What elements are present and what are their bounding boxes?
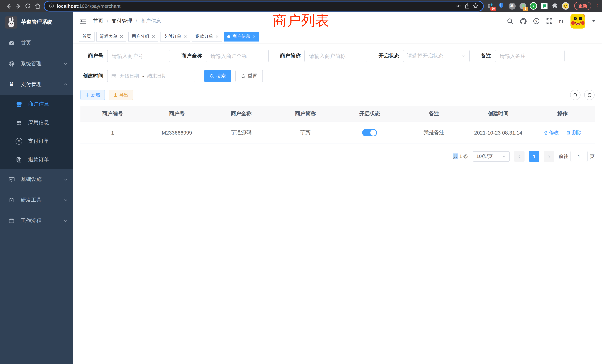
- url-bar[interactable]: localhost:1024/pay/merchant: [44, 1, 483, 11]
- sidebar-item-infra[interactable]: 基础设施: [0, 169, 73, 190]
- close-icon[interactable]: [120, 35, 123, 38]
- extension-balloon-icon[interactable]: [497, 2, 505, 10]
- extension-y-icon[interactable]: Y: [530, 2, 537, 10]
- briefcase-icon: [7, 218, 16, 224]
- caret-down-icon[interactable]: [592, 19, 596, 23]
- reset-button[interactable]: 重置: [235, 70, 263, 82]
- sidebar-item-home[interactable]: 首页: [0, 33, 73, 53]
- tab-user-group[interactable]: 用户分组: [128, 32, 158, 41]
- browser-update-button[interactable]: 更新: [574, 2, 591, 10]
- star-icon[interactable]: [473, 3, 479, 9]
- forward-icon[interactable]: [13, 1, 23, 11]
- page-number-1[interactable]: 1: [529, 151, 539, 162]
- extension-badge: 10: [490, 7, 496, 11]
- extension-grid-icon[interactable]: 10: [487, 2, 494, 10]
- remark-input[interactable]: [495, 50, 565, 62]
- tab-pay-order[interactable]: 支付订单: [160, 32, 190, 41]
- help-icon[interactable]: ?: [533, 18, 540, 24]
- breadcrumb-pay[interactable]: 支付管理: [112, 18, 132, 24]
- col-status: 开启状态: [337, 106, 402, 122]
- tab-label: 流程表单: [100, 33, 118, 40]
- search-icon[interactable]: [507, 18, 513, 24]
- filter-status: 开启状态 请选择开启状态: [378, 50, 470, 62]
- close-icon[interactable]: [152, 35, 155, 38]
- page-size-select[interactable]: 10条/页: [473, 151, 510, 162]
- close-icon[interactable]: [215, 35, 219, 38]
- sidebar-item-label: 支付订单: [28, 138, 49, 145]
- status-toggle[interactable]: [362, 129, 377, 136]
- extension-recorder-icon[interactable]: 1: [519, 2, 526, 10]
- app-window: 芋道管理系统 首页 系统管理 ¥ 支付管理: [0, 12, 602, 364]
- cell-status: [337, 122, 402, 143]
- col-merchant-no: 商户号: [145, 106, 209, 122]
- sidebar-item-workflow[interactable]: 工作流程: [0, 211, 73, 231]
- browser-menu-icon[interactable]: ⋮: [595, 3, 598, 9]
- sidebar-item-label: 应用信息: [28, 119, 49, 126]
- tab-process-form[interactable]: 流程表单: [96, 32, 126, 41]
- font-size-icon[interactable]: tT: [559, 18, 564, 24]
- key-icon[interactable]: [456, 3, 462, 9]
- fullscreen-icon[interactable]: [546, 18, 553, 24]
- url-host: localhost: [57, 3, 78, 9]
- close-icon[interactable]: [183, 35, 187, 38]
- tab-home[interactable]: 首页: [79, 32, 95, 41]
- prev-page-button[interactable]: [514, 151, 525, 162]
- refresh-button[interactable]: [584, 90, 595, 100]
- hide-search-button[interactable]: [570, 90, 580, 100]
- tab-refund-order[interactable]: 退款订单: [192, 32, 222, 41]
- sidebar-toggle-icon[interactable]: [79, 17, 87, 25]
- extensions-puzzle-icon[interactable]: [551, 2, 559, 10]
- user-avatar[interactable]: [570, 14, 585, 29]
- full-name-input[interactable]: [206, 50, 269, 62]
- goto-page-input[interactable]: [570, 151, 588, 162]
- chevron-down-icon: [502, 155, 506, 158]
- tab-label: 支付订单: [163, 33, 181, 40]
- document-icon: [15, 157, 23, 163]
- table-tools: [570, 90, 595, 100]
- date-range-picker[interactable]: 开始日期 - 结束日期: [107, 70, 195, 82]
- info-icon[interactable]: [49, 3, 54, 9]
- home-icon[interactable]: [33, 1, 42, 11]
- sidebar-item-system[interactable]: 系统管理: [0, 53, 73, 74]
- status-select[interactable]: 请选择开启状态: [403, 50, 470, 62]
- sidebar-item-devtools[interactable]: 研发工具: [0, 190, 73, 211]
- sidebar-item-merchant-info[interactable]: 商户信息: [0, 95, 73, 113]
- delete-label: 删除: [572, 129, 582, 136]
- sidebar-logo[interactable]: 芋道管理系统: [0, 12, 73, 33]
- share-icon[interactable]: [464, 3, 470, 9]
- delete-link[interactable]: 删除: [566, 129, 582, 136]
- sidebar-item-pay-order[interactable]: ¥ 支付订单: [0, 132, 73, 150]
- sidebar-item-refund-order[interactable]: 退款订单: [0, 150, 73, 169]
- export-button[interactable]: 导出: [109, 90, 133, 100]
- date-separator: -: [142, 73, 144, 79]
- sidebar-item-label: 研发工具: [21, 197, 42, 203]
- edit-link[interactable]: 修改: [543, 129, 559, 136]
- pagination-goto: 前往 页: [559, 151, 595, 162]
- table-toolbar: 新增 导出: [80, 90, 595, 100]
- search-button[interactable]: 搜索: [204, 70, 231, 82]
- sidebar-item-label: 工作流程: [21, 218, 42, 224]
- tab-label: 用户分组: [132, 33, 149, 40]
- extension-command-icon[interactable]: ⌘: [508, 2, 516, 10]
- reload-icon[interactable]: [23, 1, 33, 11]
- field-label: 商户全称: [181, 53, 202, 59]
- logo-image: [5, 16, 17, 28]
- extension-chat-icon[interactable]: [540, 2, 548, 10]
- sidebar-item-app-info[interactable]: 应用信息: [0, 113, 73, 132]
- tab-merchant-info[interactable]: 商户信息: [224, 32, 259, 41]
- short-name-input[interactable]: [304, 50, 367, 62]
- chevron-down-icon: [63, 62, 68, 66]
- next-page-button[interactable]: [544, 151, 554, 162]
- profile-avatar[interactable]: [562, 2, 569, 10]
- app-title: 芋道管理系统: [21, 19, 52, 26]
- breadcrumb-home[interactable]: 首页: [93, 18, 103, 24]
- back-icon[interactable]: [4, 1, 13, 11]
- add-button[interactable]: 新增: [80, 90, 105, 100]
- close-icon[interactable]: [252, 35, 256, 38]
- github-icon[interactable]: [520, 18, 527, 25]
- tab-label: 商户信息: [232, 33, 250, 40]
- sidebar-item-pay[interactable]: ¥ 支付管理: [0, 74, 73, 95]
- merchant-no-input[interactable]: [107, 50, 170, 62]
- sidebar-item-label: 商户信息: [28, 101, 49, 107]
- page-suffix-label: 页: [590, 153, 595, 160]
